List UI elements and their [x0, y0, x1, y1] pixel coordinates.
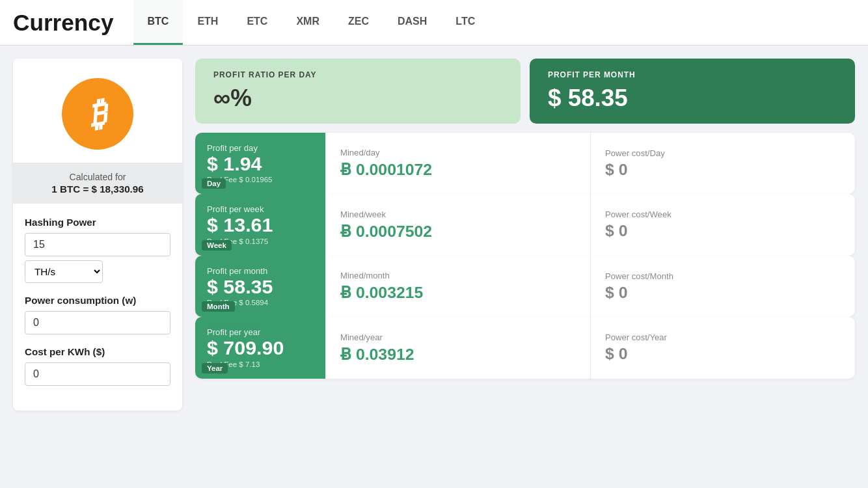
right-panel: PROFIT RATIO PER DAY ∞% PROFIT PER MONTH… — [195, 59, 855, 411]
profit-value: $ 58.35 — [207, 276, 314, 297]
profit-label: Profit per day — [207, 143, 314, 153]
mined-value: Ƀ 0.03912 — [340, 345, 576, 364]
power-consumption-group: Power consumption (w) — [25, 295, 170, 334]
tab-etc[interactable]: ETC — [232, 0, 282, 45]
power-label: Power cost/Week — [605, 210, 841, 219]
btc-rate: 1 BTC = $ 18,330.96 — [22, 183, 173, 195]
hashing-power-input[interactable] — [25, 233, 170, 256]
mined-label: Mined/day — [340, 148, 576, 157]
power-label: Power cost/Year — [605, 332, 841, 342]
btc-symbol: ₿ — [86, 94, 109, 135]
tab-dash[interactable]: DASH — [383, 0, 441, 45]
period-badge: Week — [202, 240, 232, 251]
mined-value: Ƀ 0.0001072 — [340, 160, 576, 179]
profit-label: Profit per year — [207, 327, 314, 337]
power-cell: Power cost/Week $ 0 — [590, 194, 855, 255]
sidebar-form: Hashing Power TH/s GH/s MH/s Power consu… — [13, 204, 182, 411]
profit-ratio-value: ∞% — [213, 85, 502, 112]
power-cell: Power cost/Month $ 0 — [590, 256, 855, 317]
coin-header: ₿ — [13, 59, 182, 163]
power-label: Power cost/Month — [605, 271, 841, 281]
profit-label: Profit per week — [207, 204, 314, 214]
mined-label: Mined/week — [340, 210, 576, 219]
mined-value: Ƀ 0.003215 — [340, 283, 576, 302]
power-cell: Power cost/Day $ 0 — [590, 133, 855, 194]
power-label: Power cost/Day — [605, 148, 841, 158]
profit-month-value: $ 58.35 — [548, 85, 837, 112]
currency-nav: BTCETHETCXMRZECDASHLTC — [133, 0, 490, 45]
cost-kwh-label: Cost per KWh ($) — [25, 346, 170, 357]
result-left-day: Profit per day $ 1.94 Pool Fee $ 0.01965… — [195, 133, 325, 194]
result-rows: Profit per day $ 1.94 Pool Fee $ 0.01965… — [195, 133, 855, 379]
calculated-for-label: Calculated for — [70, 172, 126, 182]
main-content: ₿ Calculated for 1 BTC = $ 18,330.96 Has… — [0, 46, 868, 424]
profit-month-label: PROFIT PER MONTH — [548, 70, 837, 79]
mined-label: Mined/year — [340, 332, 576, 342]
tab-btc[interactable]: BTC — [133, 0, 183, 45]
result-left-week: Profit per week $ 13.61 Pool Fee $ 0.137… — [195, 194, 325, 255]
power-value: $ 0 — [605, 284, 841, 302]
profit-ratio-card: PROFIT RATIO PER DAY ∞% — [195, 59, 521, 124]
hashing-power-label: Hashing Power — [25, 217, 170, 228]
mined-cell: Mined/month Ƀ 0.003215 — [325, 256, 590, 317]
mined-label: Mined/month — [340, 271, 576, 280]
hashing-power-group: Hashing Power TH/s GH/s MH/s — [25, 217, 170, 283]
tab-zec[interactable]: ZEC — [334, 0, 383, 45]
power-value: $ 0 — [605, 161, 841, 179]
profit-value: $ 709.90 — [207, 337, 314, 359]
calc-info: Calculated for 1 BTC = $ 18,330.96 — [13, 163, 182, 204]
sidebar: ₿ Calculated for 1 BTC = $ 18,330.96 Has… — [13, 59, 182, 411]
btc-logo: ₿ — [62, 78, 133, 150]
unit-select[interactable]: TH/s GH/s MH/s — [25, 260, 103, 283]
period-badge: Year — [202, 363, 228, 373]
power-consumption-label: Power consumption (w) — [25, 295, 170, 306]
tab-xmr[interactable]: XMR — [282, 0, 334, 45]
mined-cell: Mined/year Ƀ 0.03912 — [325, 317, 590, 378]
result-row: Profit per year $ 709.90 Pool Fee $ 7.13… — [195, 317, 855, 378]
cost-kwh-input[interactable] — [25, 362, 170, 386]
page-title: Currency — [13, 10, 114, 36]
header: Currency BTCETHETCXMRZECDASHLTC — [0, 0, 868, 46]
result-left-month: Profit per month $ 58.35 Pool Fee $ 0.58… — [195, 256, 325, 317]
mined-value: Ƀ 0.0007502 — [340, 222, 576, 241]
mined-cell: Mined/week Ƀ 0.0007502 — [325, 194, 590, 255]
result-row: Profit per week $ 13.61 Pool Fee $ 0.137… — [195, 194, 855, 255]
period-badge: Day — [202, 178, 226, 189]
power-consumption-input[interactable] — [25, 311, 170, 334]
mined-cell: Mined/day Ƀ 0.0001072 — [325, 133, 590, 194]
profit-ratio-label: PROFIT RATIO PER DAY — [213, 70, 502, 79]
power-value: $ 0 — [605, 345, 841, 363]
tab-eth[interactable]: ETH — [183, 0, 232, 45]
tab-ltc[interactable]: LTC — [441, 0, 489, 45]
profit-month-card: PROFIT PER MONTH $ 58.35 — [530, 59, 855, 124]
profit-value: $ 13.61 — [207, 214, 314, 236]
period-badge: Month — [202, 301, 235, 312]
profit-value: $ 1.94 — [207, 153, 314, 174]
profit-label: Profit per month — [207, 266, 314, 276]
result-row: Profit per day $ 1.94 Pool Fee $ 0.01965… — [195, 133, 855, 194]
result-row: Profit per month $ 58.35 Pool Fee $ 0.58… — [195, 256, 855, 317]
cost-kwh-group: Cost per KWh ($) — [25, 346, 170, 386]
result-left-year: Profit per year $ 709.90 Pool Fee $ 7.13… — [195, 317, 325, 378]
power-value: $ 0 — [605, 222, 841, 240]
power-cell: Power cost/Year $ 0 — [590, 317, 855, 378]
summary-cards: PROFIT RATIO PER DAY ∞% PROFIT PER MONTH… — [195, 59, 855, 124]
